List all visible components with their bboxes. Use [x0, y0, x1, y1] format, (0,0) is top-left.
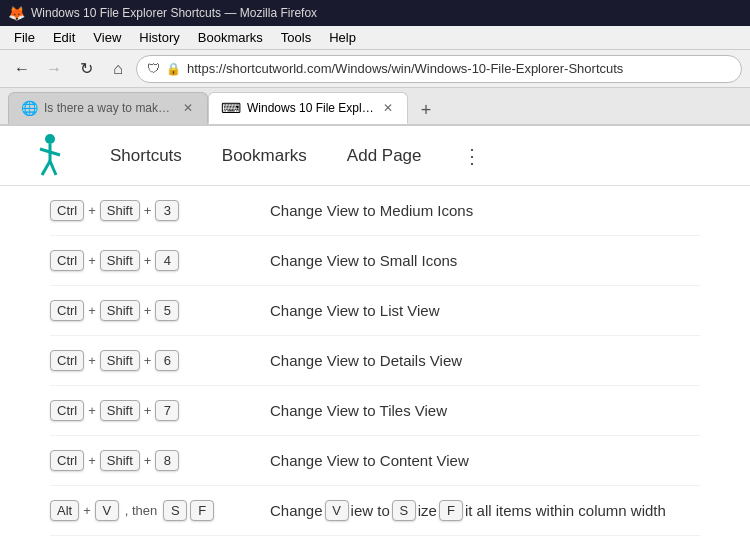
plus-separator: + [143, 453, 153, 468]
key-6: 6 [155, 350, 179, 371]
menu-item-file[interactable]: File [6, 28, 43, 47]
site-logo [30, 131, 70, 181]
plus-separator: + [143, 253, 153, 268]
forward-button[interactable]: → [40, 55, 68, 83]
plus-separator: + [87, 353, 97, 368]
then-separator: , then [122, 503, 161, 518]
plus-separator: + [82, 503, 92, 518]
address-bar: 🛡 🔒 https://shortcutworld.com/Windows/wi… [136, 55, 742, 83]
shortcuts-content: Ctrl+Shift+3Change View to Medium IconsC… [0, 186, 750, 544]
plus-separator: + [87, 203, 97, 218]
desc-text: Change [270, 502, 323, 519]
tab1-close[interactable]: ✕ [181, 102, 195, 114]
menu-item-edit[interactable]: Edit [45, 28, 83, 47]
svg-line-4 [50, 161, 56, 175]
desc-col-1: Change View to Small Icons [270, 252, 700, 269]
shortcut-row-4: Ctrl+Shift+7Change View to Tiles View [50, 386, 700, 436]
back-button[interactable]: ← [8, 55, 36, 83]
menu-item-bookmarks[interactable]: Bookmarks [190, 28, 271, 47]
tab2-close[interactable]: ✕ [381, 102, 395, 114]
url-text[interactable]: https://shortcutworld.com/Windows/win/Wi… [187, 61, 731, 76]
desc-col-4: Change View to Tiles View [270, 402, 700, 419]
menu-item-tools[interactable]: Tools [273, 28, 319, 47]
menu-item-history[interactable]: History [131, 28, 187, 47]
plus-separator: + [87, 453, 97, 468]
key-7: 7 [155, 400, 179, 421]
svg-point-0 [45, 134, 55, 144]
key-3: 3 [155, 200, 179, 221]
plus-separator: + [143, 303, 153, 318]
desc-text: it all items within column width [465, 502, 666, 519]
desc-col-5: Change View to Content View [270, 452, 700, 469]
desc-text: Change View to Medium Icons [270, 202, 473, 219]
keys-col-1: Ctrl+Shift+4 [50, 250, 270, 271]
key-Shift: Shift [100, 350, 140, 371]
key-Ctrl: Ctrl [50, 450, 84, 471]
tab-1[interactable]: 🌐 Is there a way to make File Ex… ✕ [8, 92, 208, 124]
menu-item-help[interactable]: Help [321, 28, 364, 47]
shortcut-row-3: Ctrl+Shift+6Change View to Details View [50, 336, 700, 386]
shield-icon: 🛡 [147, 61, 160, 76]
desc-text: Change View to Details View [270, 352, 462, 369]
shortcut-row-0: Ctrl+Shift+3Change View to Medium Icons [50, 186, 700, 236]
tab1-favicon: 🌐 [21, 100, 38, 116]
tab2-title: Windows 10 File Explorer Sho… [247, 101, 375, 115]
shortcut-row-6: Alt+V, thenSFChange View to Size Fit all… [50, 486, 700, 536]
bookmarks-nav-link[interactable]: Bookmarks [222, 146, 307, 166]
key-Ctrl: Ctrl [50, 400, 84, 421]
keys-col-2: Ctrl+Shift+5 [50, 300, 270, 321]
desc-text: Change View to Content View [270, 452, 469, 469]
page-nav: Shortcuts Bookmarks Add Page ⋮ [110, 144, 482, 168]
tab1-title: Is there a way to make File Ex… [44, 101, 175, 115]
desc-text: iew to [351, 502, 390, 519]
desc-key-S: S [392, 500, 416, 521]
plus-separator: + [87, 403, 97, 418]
tab2-favicon: ⌨ [221, 100, 241, 116]
key-8: 8 [155, 450, 179, 471]
keys-col-6: Alt+V, thenSF [50, 500, 270, 521]
key-Ctrl: Ctrl [50, 250, 84, 271]
plus-separator: + [143, 203, 153, 218]
keys-col-0: Ctrl+Shift+3 [50, 200, 270, 221]
key-5: 5 [155, 300, 179, 321]
plus-separator: + [143, 353, 153, 368]
plus-separator: + [87, 253, 97, 268]
lock-icon: 🔒 [166, 62, 181, 76]
plus-separator: + [143, 403, 153, 418]
reload-button[interactable]: ↻ [72, 55, 100, 83]
browser-icon: 🦊 [8, 5, 25, 21]
nav-bar: ← → ↻ ⌂ 🛡 🔒 https://shortcutworld.com/Wi… [0, 50, 750, 88]
addpage-nav-link[interactable]: Add Page [347, 146, 422, 166]
page-header: Shortcuts Bookmarks Add Page ⋮ [0, 126, 750, 186]
tab-2[interactable]: ⌨ Windows 10 File Explorer Sho… ✕ [208, 92, 408, 124]
key-Ctrl: Ctrl [50, 350, 84, 371]
more-menu-button[interactable]: ⋮ [462, 144, 482, 168]
title-bar: 🦊 Windows 10 File Explorer Shortcuts — M… [0, 0, 750, 26]
desc-key-V: V [325, 500, 349, 521]
shortcuts-nav-link[interactable]: Shortcuts [110, 146, 182, 166]
key-Ctrl: Ctrl [50, 200, 84, 221]
key-Shift: Shift [100, 450, 140, 471]
menu-item-view[interactable]: View [85, 28, 129, 47]
key-Ctrl: Ctrl [50, 300, 84, 321]
desc-key-F: F [439, 500, 463, 521]
keys-col-3: Ctrl+Shift+6 [50, 350, 270, 371]
key-Shift: Shift [100, 300, 140, 321]
tabs-bar: 🌐 Is there a way to make File Ex… ✕ ⌨ Wi… [0, 88, 750, 126]
desc-text: Change View to Small Icons [270, 252, 457, 269]
key-S: S [163, 500, 187, 521]
desc-text: ize [418, 502, 437, 519]
key-V: V [95, 500, 119, 521]
desc-col-2: Change View to List View [270, 302, 700, 319]
desc-col-0: Change View to Medium Icons [270, 202, 700, 219]
key-Shift: Shift [100, 250, 140, 271]
desc-text: Change View to Tiles View [270, 402, 447, 419]
desc-col-3: Change View to Details View [270, 352, 700, 369]
shortcut-row-5: Ctrl+Shift+8Change View to Content View [50, 436, 700, 486]
shortcut-row-1: Ctrl+Shift+4Change View to Small Icons [50, 236, 700, 286]
home-button[interactable]: ⌂ [104, 55, 132, 83]
key-Alt: Alt [50, 500, 79, 521]
new-tab-button[interactable]: + [412, 96, 440, 124]
menu-bar: FileEditViewHistoryBookmarksToolsHelp [0, 26, 750, 50]
key-F: F [190, 500, 214, 521]
